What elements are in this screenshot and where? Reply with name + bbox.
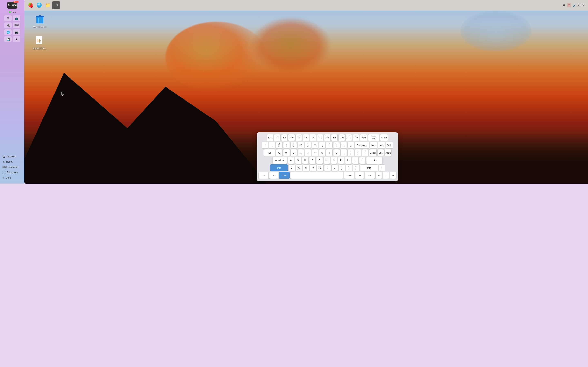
key-3[interactable]: #3 [283, 142, 290, 149]
sidebar-item-disabled[interactable]: ⏻ Disabled [2, 155, 22, 158]
reset-label: Reset [6, 160, 12, 163]
key-a[interactable]: A [288, 157, 294, 164]
app-name-label: BLIKVM [8, 4, 17, 7]
key-space[interactable] [290, 172, 294, 179]
cloud1 [165, 22, 268, 93]
qwerty-key-row: Tab Q W E R T Y U I O P {[ }] |\ Delete … [259, 149, 294, 156]
wastebasket-img [35, 14, 45, 25]
virtual-keyboard: Esc F1 F2 F3 F4 F5 F6 F7 F8 F9 F10 F11 F… [257, 132, 294, 182]
desktop: Wastebasket 3345387197... [25, 11, 294, 184]
hid-icon-btn[interactable]: ⌨ [13, 22, 20, 28]
app-brand: BLIKVM Plus [7, 2, 17, 8]
sidebar-bottom: ⏻ Disabled ✳ Reset ⌨ Keyboard ⛶ Fullscre… [0, 155, 25, 179]
key-1[interactable]: !1 [269, 142, 276, 149]
wastebasket-desktop-icon[interactable]: Wastebasket [31, 14, 49, 28]
camera-icon-btn[interactable]: 📷 [13, 29, 20, 35]
terminal-taskbar-icon[interactable]: _$ [52, 1, 60, 9]
sidebar-item-keyboard[interactable]: ⌨ Keyboard [2, 166, 22, 169]
browser-taskbar-icon[interactable]: 🌐 [35, 1, 43, 9]
reset-icon: ✳ [2, 160, 5, 164]
key-shift-left[interactable]: shift [270, 164, 288, 171]
key-4[interactable]: $4 [290, 142, 294, 149]
monitor-icon-btn[interactable]: 🖥 [4, 16, 12, 21]
file-label: 3345387197... [33, 47, 47, 50]
function-key-row: Esc F1 F2 F3 F4 F5 F6 F7 F8 F9 F10 F11 F… [259, 134, 294, 141]
key-f2[interactable]: F2 [281, 134, 288, 141]
key-z[interactable]: Z [288, 164, 294, 171]
latency-display: 2ms [9, 11, 16, 13]
svg-marker-8 [42, 36, 44, 38]
file-img [35, 35, 45, 46]
more-label: More [5, 176, 11, 179]
key-2[interactable]: @2 [276, 142, 283, 149]
display-icon-btn[interactable]: 📺 [13, 16, 20, 21]
files-taskbar-icon[interactable]: 📁 [44, 1, 52, 9]
key-w[interactable]: W [283, 149, 290, 156]
shift-key-row: shift Z X C V B N M <, >. ?/ shift ↑ [259, 164, 294, 171]
key-ctrl-left[interactable]: Ctrl [259, 172, 269, 179]
more-icon: ≡ [2, 176, 4, 179]
key-esc[interactable]: Esc [267, 134, 274, 141]
keyboard-icon: ⌨ [2, 166, 7, 169]
fullscreen-label: Fullscreen [7, 171, 18, 174]
key-q[interactable]: Q [276, 149, 283, 156]
remote-desktop: 🍓 🌐 📁 _$ ⊕ ✕ 🔊 23:21 [25, 0, 294, 184]
key-tab[interactable]: Tab [263, 149, 276, 156]
raspberry-taskbar-icon[interactable]: 🍓 [26, 1, 34, 9]
wallpaper [25, 11, 294, 184]
sidebar-item-fullscreen[interactable]: ⛶ Fullscreen [2, 171, 22, 174]
fullscreen-icon: ⛶ [2, 171, 5, 174]
disabled-label: Disabled [7, 155, 16, 158]
plus-badge: Plus [13, 1, 18, 3]
sidebar-icons-grid: 🖥 📺 🔌 ⌨ 🌐 📷 💾 🖱 [2, 16, 22, 42]
storage-icon-btn[interactable]: 💾 [4, 36, 12, 42]
power-icon: ⏻ [2, 155, 5, 158]
key-backtick[interactable]: ~` [262, 142, 268, 149]
key-capslock[interactable]: caps lock [272, 157, 287, 164]
key-alt-left[interactable]: Alt [269, 172, 278, 179]
sidebar: BLIKVM Plus 2ms 🖥 📺 🔌 ⌨ 🌐 📷 💾 🖱 ⏻ Disabl… [0, 0, 25, 184]
file-desktop-icon[interactable]: 3345387197... [31, 35, 49, 50]
latency-value: 2ms [11, 11, 16, 13]
sidebar-item-more[interactable]: ≡ More [2, 176, 22, 179]
asdf-key-row: caps lock A S D F G H J K L :; "' enter [259, 157, 294, 164]
bottom-key-row: Ctrl Alt Cmd Cmd Alt Ctrl ← ↓ → [259, 172, 294, 179]
key-f3[interactable]: F3 [288, 134, 294, 141]
app-logo: BLIKVM Plus [7, 2, 17, 8]
number-key-row: ~` !1 @2 #3 $4 %5 ^6 &7 *8 (9 )0 —– += B… [259, 142, 294, 149]
wastebasket-label: Wastebasket [33, 26, 46, 28]
network-icon-btn[interactable]: 🌐 [4, 29, 12, 35]
keyboard-label: Keyboard [8, 166, 18, 169]
sidebar-item-reset[interactable]: ✳ Reset [2, 160, 22, 164]
taskbar: 🍓 🌐 📁 _$ ⊕ ✕ 🔊 23:21 [25, 0, 294, 11]
usb-icon-btn[interactable]: 🔌 [4, 22, 12, 28]
misc-icon-btn[interactable]: 🖱 [13, 36, 20, 42]
svg-rect-2 [39, 15, 41, 17]
key-e[interactable]: E [290, 149, 294, 156]
status-dot [9, 11, 11, 13]
key-f1[interactable]: F1 [274, 134, 281, 141]
key-cmd-left[interactable]: Cmd [279, 172, 290, 179]
